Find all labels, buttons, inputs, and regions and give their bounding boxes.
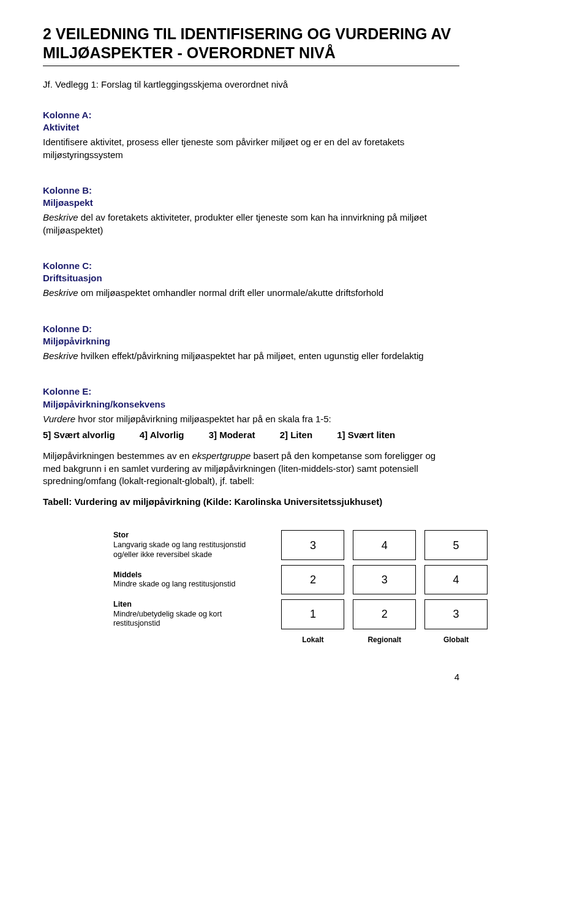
column-d-desc: Beskrive hvilken effekt/påvirkning miljø… (43, 350, 441, 362)
scale-3: 3] Moderat (209, 429, 255, 441)
column-d-section: Kolonne D: Miljøpåvirkning Beskrive hvil… (43, 323, 459, 365)
scale-2: 2] Liten (280, 429, 312, 441)
scale-line: 5] Svært alvorlig 4] Alvorlig 3] Moderat… (43, 429, 441, 441)
column-a-section: Kolonne A: Aktivitet Identifisere aktivi… (43, 109, 459, 164)
matrix-footer: Lokalt Regionalt Globalt (113, 634, 488, 645)
column-d-label: Kolonne D: (43, 323, 116, 335)
matrix-cell: 3 (424, 599, 488, 629)
column-a-label: Kolonne A: (43, 109, 116, 121)
column-b-desc: Beskrive del av foretakets aktiviteter, … (43, 211, 441, 237)
matrix-cell: 3 (281, 530, 344, 560)
column-b-title: Miljøaspekt (43, 197, 441, 209)
matrix-cell: 4 (424, 565, 488, 594)
column-c-label: Kolonne C: (43, 260, 116, 272)
scale-4: 4] Alvorlig (140, 429, 184, 441)
matrix-row-middels: Middels Mindre skade og lang restitusjon… (113, 565, 488, 594)
page-heading: 2 VEILEDNING TIL IDENTIFISERING OG VURDE… (43, 25, 459, 66)
matrix-foot-globalt: Globalt (424, 634, 488, 645)
column-c-desc: Beskrive om miljøaspektet omhandler norm… (43, 287, 441, 299)
subreference: Jf. Vedlegg 1: Forslag til kartleggingss… (43, 78, 459, 91)
matrix-rowlabel: Middels Mindre skade og lang restitusjon… (113, 565, 273, 594)
matrix-cell: 5 (424, 530, 488, 560)
column-b-label: Kolonne B: (43, 184, 116, 197)
column-e-label: Kolonne E: (43, 385, 116, 398)
scale-1: 1] Svært liten (337, 429, 395, 441)
matrix-title: Tabell: Vurdering av miljøpåvirkning (Ki… (43, 496, 441, 508)
matrix-rowlabel: Liten Mindre/ubetydelig skade og kort re… (113, 599, 273, 629)
matrix-table: Stor Langvarig skade og lang restitusjon… (104, 525, 496, 650)
matrix-foot-regionalt: Regionalt (353, 634, 416, 645)
matrix-cell: 1 (281, 599, 344, 629)
matrix-foot-lokalt: Lokalt (281, 634, 344, 645)
column-e-title: Miljøpåvirkning/konsekvens (43, 398, 441, 411)
matrix-row-stor: Stor Langvarig skade og lang restitusjon… (113, 530, 488, 560)
matrix-cell: 2 (281, 565, 344, 594)
column-c-title: Driftsituasjon (43, 272, 441, 284)
column-d-title: Miljøpåvirkning (43, 335, 441, 347)
column-e-desc2: Miljøpåvirkningen bestemmes av en eksper… (43, 450, 441, 487)
column-a-title: Aktivitet (43, 121, 441, 134)
column-a-desc: Identifisere aktivitet, prosess eller tj… (43, 136, 441, 161)
matrix-cell: 2 (353, 599, 416, 629)
scale-5: 5] Svært alvorlig (43, 429, 115, 441)
page-number: 4 (43, 671, 459, 683)
matrix-cell: 4 (353, 530, 416, 560)
column-b-section: Kolonne B: Miljøaspekt Beskrive del av f… (43, 184, 459, 239)
column-e-desc1: Vurdere hvor stor miljøpåvirkning miljøa… (43, 413, 441, 425)
matrix-cell: 3 (353, 565, 416, 594)
column-e-section: Kolonne E: Miljøpåvirkning/konsekvens Vu… (43, 385, 459, 650)
matrix-rowlabel: Stor Langvarig skade og lang restitusjon… (113, 530, 273, 560)
matrix-row-liten: Liten Mindre/ubetydelig skade og kort re… (113, 599, 488, 629)
column-c-section: Kolonne C: Driftsituasjon Beskrive om mi… (43, 260, 459, 302)
